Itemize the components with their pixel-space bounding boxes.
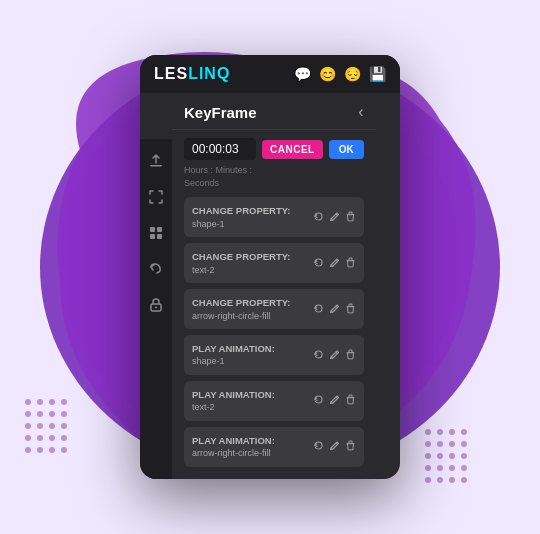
property-list: CHANGE PROPERTY: shape-1 — [172, 197, 376, 478]
svg-rect-42 — [150, 165, 162, 167]
property-label: PLAY ANIMATION: arrow-right-circle-fill — [192, 434, 313, 460]
sidebar-upload-icon[interactable] — [146, 151, 166, 171]
app-card: LESLINQ 💬 😊 😔 💾 — [140, 55, 400, 479]
svg-point-31 — [437, 453, 443, 459]
svg-point-17 — [61, 435, 67, 441]
prop-name: arrow-right-circle-fill — [192, 447, 313, 460]
item-actions — [313, 394, 356, 407]
svg-point-28 — [449, 441, 455, 447]
cancel-button[interactable]: CANCEL — [262, 140, 323, 159]
prop-name: text-2 — [192, 401, 313, 414]
svg-point-32 — [449, 453, 455, 459]
emoji-sad-icon[interactable]: 😔 — [344, 66, 361, 82]
prop-name: text-2 — [192, 264, 313, 277]
edit-icon[interactable] — [329, 303, 340, 316]
time-hint: Hours : Minutes : Seconds — [172, 162, 376, 197]
save-icon[interactable]: 💾 — [369, 66, 386, 82]
svg-point-15 — [37, 435, 43, 441]
svg-point-35 — [437, 465, 443, 471]
svg-point-13 — [61, 423, 67, 429]
svg-point-11 — [37, 423, 43, 429]
reset-icon[interactable] — [313, 349, 324, 362]
prop-type: PLAY ANIMATION: — [192, 434, 313, 447]
property-item: CHANGE PROPERTY: arrow-right-circle-fill — [184, 289, 364, 329]
body: KeyFrame ‹ CANCEL OK Hours : Minutes : S… — [140, 93, 400, 479]
time-row: CANCEL OK — [172, 130, 376, 162]
sidebar-fullscreen-icon[interactable] — [146, 187, 166, 207]
svg-rect-44 — [157, 227, 162, 232]
edit-icon[interactable] — [329, 394, 340, 407]
property-label: CHANGE PROPERTY: text-2 — [192, 250, 313, 276]
prop-name: arrow-right-circle-fill — [192, 310, 313, 323]
svg-point-14 — [25, 435, 31, 441]
back-button[interactable]: ‹ — [358, 103, 363, 121]
svg-point-2 — [25, 399, 31, 405]
prop-name: shape-1 — [192, 218, 313, 231]
delete-icon[interactable] — [345, 303, 356, 316]
svg-point-16 — [49, 435, 55, 441]
property-item: PLAY ANIMATION: shape-1 — [184, 335, 364, 375]
dot-pattern-right — [420, 424, 500, 504]
svg-point-25 — [461, 429, 467, 435]
time-input[interactable] — [184, 138, 256, 160]
svg-point-9 — [61, 411, 67, 417]
svg-point-48 — [155, 307, 157, 309]
reset-icon[interactable] — [313, 211, 324, 224]
edit-icon[interactable] — [329, 211, 340, 224]
property-item: PLAY ANIMATION: text-2 — [184, 381, 364, 421]
delete-icon[interactable] — [345, 349, 356, 362]
item-actions — [313, 440, 356, 453]
svg-rect-46 — [157, 234, 162, 239]
svg-rect-43 — [150, 227, 155, 232]
ok-button[interactable]: OK — [329, 140, 364, 159]
edit-icon[interactable] — [329, 349, 340, 362]
svg-point-10 — [25, 423, 31, 429]
edit-icon[interactable] — [329, 257, 340, 270]
delete-icon[interactable] — [345, 394, 356, 407]
svg-point-7 — [37, 411, 43, 417]
reset-icon[interactable] — [313, 440, 324, 453]
reset-icon[interactable] — [313, 394, 324, 407]
item-actions — [313, 349, 356, 362]
delete-icon[interactable] — [345, 257, 356, 270]
svg-point-8 — [49, 411, 55, 417]
property-label: PLAY ANIMATION: shape-1 — [192, 342, 313, 368]
property-label: CHANGE PROPERTY: arrow-right-circle-fill — [192, 296, 313, 322]
delete-icon[interactable] — [345, 440, 356, 453]
sidebar-grid-icon[interactable] — [146, 223, 166, 243]
svg-point-37 — [461, 465, 467, 471]
item-actions — [313, 211, 356, 224]
svg-point-29 — [461, 441, 467, 447]
delete-icon[interactable] — [345, 211, 356, 224]
svg-point-19 — [37, 447, 43, 453]
svg-point-12 — [49, 423, 55, 429]
property-item: CHANGE PROPERTY: text-2 — [184, 243, 364, 283]
sidebar-lock-icon[interactable] — [146, 295, 166, 315]
prop-type: PLAY ANIMATION: — [192, 388, 313, 401]
main-content: KeyFrame ‹ CANCEL OK Hours : Minutes : S… — [172, 93, 376, 479]
svg-point-41 — [461, 477, 467, 483]
property-item: CHANGE PROPERTY: shape-1 — [184, 197, 364, 237]
svg-point-4 — [49, 399, 55, 405]
reset-icon[interactable] — [313, 303, 324, 316]
reset-icon[interactable] — [313, 257, 324, 270]
prop-type: CHANGE PROPERTY: — [192, 250, 313, 263]
prop-type: CHANGE PROPERTY: — [192, 296, 313, 309]
svg-point-3 — [37, 399, 43, 405]
chat-icon[interactable]: 💬 — [294, 66, 311, 82]
edit-icon[interactable] — [329, 440, 340, 453]
svg-point-36 — [449, 465, 455, 471]
prop-type: PLAY ANIMATION: — [192, 342, 313, 355]
item-actions — [313, 303, 356, 316]
svg-point-38 — [425, 477, 431, 483]
svg-point-33 — [461, 453, 467, 459]
sidebar-undo-icon[interactable] — [146, 259, 166, 279]
prop-type: CHANGE PROPERTY: — [192, 204, 313, 217]
prop-name: shape-1 — [192, 355, 313, 368]
svg-point-39 — [437, 477, 443, 483]
svg-point-6 — [25, 411, 31, 417]
item-actions — [313, 257, 356, 270]
svg-point-27 — [437, 441, 443, 447]
logo-les: LES — [154, 65, 188, 82]
emoji-happy-icon[interactable]: 😊 — [319, 66, 336, 82]
